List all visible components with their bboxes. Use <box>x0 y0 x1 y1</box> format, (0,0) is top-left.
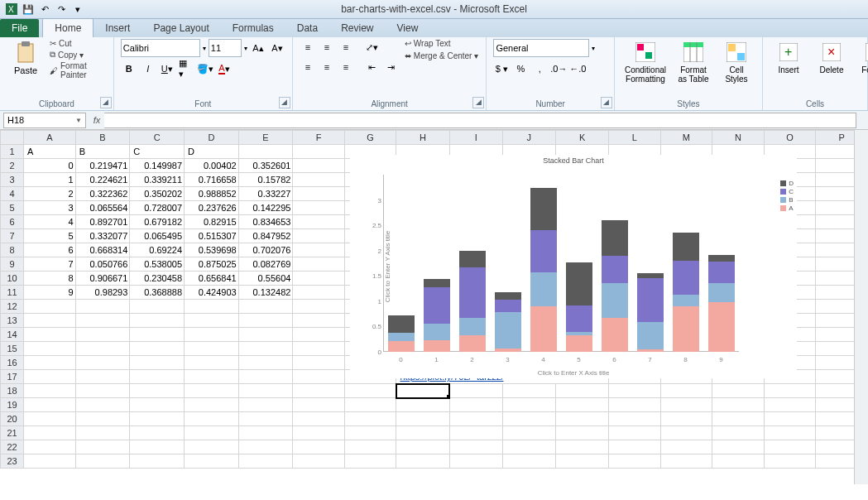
cell-B9[interactable]: 0.050766 <box>75 257 130 272</box>
cell-A14[interactable] <box>24 328 76 342</box>
col-header-M[interactable]: M <box>660 131 712 145</box>
cell-E2[interactable]: 0.352601 <box>238 159 293 173</box>
cell-C4[interactable]: 0.350202 <box>130 187 185 201</box>
clipboard-dialog-launcher[interactable]: ◢ <box>100 97 112 108</box>
row-header-5[interactable]: 5 <box>1 201 24 215</box>
cell-D11[interactable]: 0.424903 <box>185 286 239 300</box>
conditional-formatting-button[interactable]: Conditional Formatting <box>621 39 669 85</box>
cell-C17[interactable] <box>130 370 185 384</box>
grow-font-button[interactable]: A▴ <box>250 40 266 56</box>
col-header-E[interactable]: E <box>238 131 293 145</box>
cell-F3[interactable] <box>293 173 344 187</box>
tab-view[interactable]: View <box>386 19 430 37</box>
row-header-21[interactable]: 21 <box>1 426 24 440</box>
cell-I22[interactable] <box>449 440 502 454</box>
cell-E9[interactable]: 0.082769 <box>238 257 293 272</box>
row-header-10[interactable]: 10 <box>1 272 24 286</box>
cell-C19[interactable] <box>130 398 185 412</box>
cell-I21[interactable] <box>449 426 502 440</box>
cell-D5[interactable]: 0.237626 <box>185 201 239 215</box>
cell-D13[interactable] <box>185 314 239 328</box>
cell-B15[interactable] <box>75 342 130 356</box>
cell-L21[interactable] <box>609 426 660 440</box>
cell-B5[interactable]: 0.065564 <box>75 201 130 215</box>
accounting-button[interactable]: $ ▾ <box>493 60 510 77</box>
cell-D20[interactable] <box>185 412 239 426</box>
cell-E14[interactable] <box>238 328 293 342</box>
cell-D21[interactable] <box>185 426 239 440</box>
col-header-B[interactable]: B <box>75 131 130 145</box>
cell-F21[interactable] <box>293 426 344 440</box>
cell-C21[interactable] <box>130 426 185 440</box>
cell-C14[interactable] <box>130 328 185 342</box>
cell-E16[interactable] <box>238 356 293 370</box>
cell-D12[interactable] <box>185 300 239 314</box>
row-header-14[interactable]: 14 <box>1 328 24 342</box>
cell-B4[interactable]: 0.322362 <box>75 187 130 201</box>
name-box[interactable]: H18▼ <box>3 113 86 128</box>
cell-C12[interactable] <box>130 300 185 314</box>
cell-C13[interactable] <box>130 314 185 328</box>
copy-button[interactable]: ⧉Copy ▾ <box>50 50 107 60</box>
row-header-22[interactable]: 22 <box>1 440 24 454</box>
col-header-D[interactable]: D <box>185 131 239 145</box>
orientation-button[interactable]: ⤢▾ <box>364 39 381 55</box>
cell-N21[interactable] <box>712 426 765 440</box>
align-top-button[interactable]: ≡ <box>300 39 316 55</box>
cell-A11[interactable]: 9 <box>24 286 76 300</box>
cell-I19[interactable] <box>449 398 502 412</box>
cell-D19[interactable] <box>185 398 239 412</box>
cell-E17[interactable] <box>238 370 293 384</box>
cell-C20[interactable] <box>130 412 185 426</box>
cell-E1[interactable] <box>238 145 293 159</box>
col-header-A[interactable]: A <box>24 131 76 145</box>
percent-button[interactable]: % <box>512 60 529 77</box>
row-header-2[interactable]: 2 <box>1 159 24 173</box>
cell-I20[interactable] <box>449 412 502 426</box>
cell-C23[interactable] <box>130 454 185 469</box>
cell-D22[interactable] <box>185 440 239 454</box>
cell-D8[interactable]: 0.539698 <box>185 243 239 257</box>
cell-C8[interactable]: 0.69224 <box>130 243 185 257</box>
cell-F12[interactable] <box>293 300 344 314</box>
cell-F19[interactable] <box>293 398 344 412</box>
cell-C2[interactable]: 0.149987 <box>130 159 185 173</box>
cell-E18[interactable] <box>238 384 293 398</box>
cell-J22[interactable] <box>502 440 555 454</box>
cell-E8[interactable]: 0.702076 <box>238 243 293 257</box>
cell-D9[interactable]: 0.875025 <box>185 257 239 272</box>
cell-J19[interactable] <box>502 398 555 412</box>
cell-E15[interactable] <box>238 342 293 356</box>
cell-B18[interactable] <box>75 384 130 398</box>
cell-C16[interactable] <box>130 356 185 370</box>
cell-H18[interactable] <box>396 384 449 398</box>
cell-M23[interactable] <box>660 454 712 469</box>
cell-K18[interactable] <box>555 384 608 398</box>
cell-E7[interactable]: 0.847952 <box>238 229 293 243</box>
cell-B13[interactable] <box>75 314 130 328</box>
tab-formulas[interactable]: Formulas <box>221 19 285 37</box>
tab-file[interactable]: File <box>0 19 39 37</box>
cell-O18[interactable] <box>764 384 816 398</box>
font-size-select[interactable] <box>209 39 242 57</box>
comma-button[interactable]: , <box>531 60 548 77</box>
row-header-4[interactable]: 4 <box>1 187 24 201</box>
cell-L20[interactable] <box>609 412 660 426</box>
cell-K23[interactable] <box>555 454 608 469</box>
cell-B21[interactable] <box>75 426 130 440</box>
cell-E19[interactable] <box>238 398 293 412</box>
cell-F23[interactable] <box>293 454 344 469</box>
cell-F10[interactable] <box>293 272 344 286</box>
cell-N19[interactable] <box>712 398 765 412</box>
cell-D4[interactable]: 0.988852 <box>185 187 239 201</box>
font-dialog-launcher[interactable]: ◢ <box>279 97 290 108</box>
cell-E6[interactable]: 0.834653 <box>238 215 293 229</box>
cell-K22[interactable] <box>555 440 608 454</box>
cell-C11[interactable]: 0.368888 <box>130 286 185 300</box>
cell-L19[interactable] <box>609 398 660 412</box>
cell-C6[interactable]: 0.679182 <box>130 215 185 229</box>
format-painter-button[interactable]: 🖌Format Painter <box>50 61 107 79</box>
cell-B20[interactable] <box>75 412 130 426</box>
underline-button[interactable]: U ▾ <box>159 60 175 77</box>
cell-D1[interactable]: D <box>185 145 239 159</box>
